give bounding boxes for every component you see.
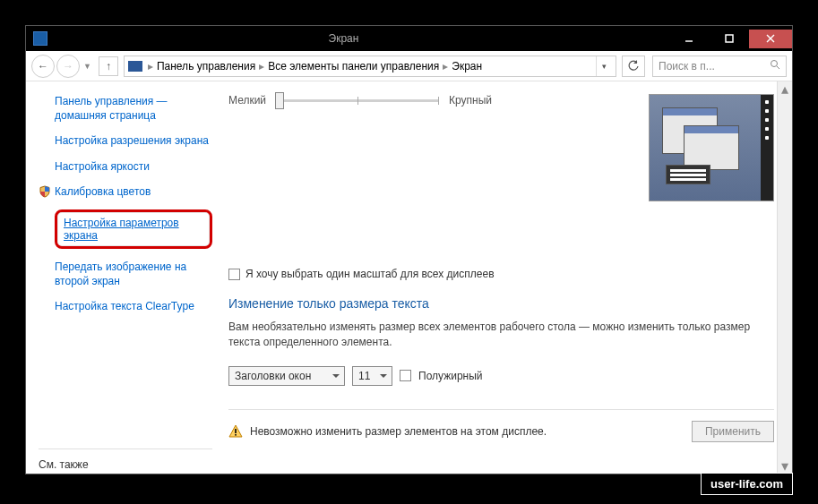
warning-row: Невозможно изменить размер элементов на … <box>228 421 774 442</box>
app-icon <box>33 31 47 46</box>
minimize-button[interactable] <box>668 30 709 48</box>
forward-button[interactable]: → <box>56 55 80 78</box>
navigation-bar: ← → ▼ ↑ ▸ Панель управления ▸ Все элемен… <box>26 51 792 81</box>
divider <box>228 409 774 410</box>
svg-rect-6 <box>235 429 237 433</box>
divider <box>39 448 212 449</box>
sidebar-params-link[interactable]: Настройка параметров экрана <box>64 217 203 242</box>
one-scale-checkbox[interactable] <box>228 269 240 280</box>
textsize-heading: Изменение только размера текста <box>228 296 774 311</box>
one-scale-checkbox-row: Я хочу выбрать один масштаб для всех дис… <box>228 268 774 280</box>
titlebar: Экран <box>26 26 792 51</box>
address-bar[interactable]: ▸ Панель управления ▸ Все элементы панел… <box>124 56 616 77</box>
up-button[interactable]: ↑ <box>99 56 118 76</box>
svg-line-5 <box>777 66 779 69</box>
breadcrumb-item[interactable]: Все элементы панели управления <box>264 60 443 73</box>
element-select[interactable]: Заголовки окон <box>228 366 345 386</box>
bold-checkbox[interactable] <box>400 370 411 381</box>
scale-slider[interactable] <box>277 99 438 102</box>
size-select[interactable]: 11 <box>352 366 392 386</box>
scale-small-label: Мелкий <box>228 94 266 107</box>
sidebar-params-highlight: Настройка параметров экрана <box>39 209 212 249</box>
bold-label: Полужирный <box>418 370 483 382</box>
vertical-scrollbar[interactable]: ▴ ▾ <box>777 81 792 474</box>
refresh-button[interactable] <box>622 56 645 77</box>
scroll-up-icon[interactable]: ▴ <box>778 81 792 97</box>
back-button[interactable]: ← <box>31 55 55 78</box>
scroll-down-icon[interactable]: ▾ <box>778 458 792 474</box>
close-button[interactable] <box>749 30 792 48</box>
scale-large-label: Крупный <box>449 94 492 107</box>
see-also-heading: См. также <box>39 458 212 471</box>
apply-button[interactable]: Применить <box>692 421 774 442</box>
warning-text: Невозможно изменить размер элементов на … <box>250 425 547 438</box>
search-icon <box>770 59 780 73</box>
shield-icon <box>39 185 51 198</box>
search-placeholder: Поиск в п... <box>659 60 715 73</box>
sidebar-resolution-link[interactable]: Настройка разрешения экрана <box>39 133 212 148</box>
slider-thumb[interactable] <box>275 92 284 109</box>
address-dropdown-icon[interactable]: ▾ <box>596 56 612 76</box>
body-area: Панель управления — домашняя страница На… <box>26 81 792 474</box>
control-panel-icon <box>128 61 142 72</box>
watermark: user-life.com <box>701 473 793 495</box>
one-scale-label: Я хочу выбрать один масштаб для всех дис… <box>245 268 495 280</box>
display-settings-window: Экран ← → ▼ ↑ ▸ Панель управления ▸ Все … <box>25 25 793 474</box>
textsize-description: Вам необязательно изменять размер всех э… <box>228 320 774 350</box>
text-element-controls: Заголовки окон 11 Полужирный <box>228 366 774 386</box>
history-dropdown-icon[interactable]: ▼ <box>83 62 91 71</box>
window-controls <box>668 30 792 48</box>
window-title: Экран <box>55 32 633 45</box>
content-area: Мелкий Крупный <box>221 81 792 474</box>
breadcrumb-item[interactable]: Экран <box>448 60 486 73</box>
display-preview <box>649 94 774 201</box>
maximize-button[interactable] <box>709 30 749 48</box>
sidebar-calibration-link[interactable]: Калибровка цветов <box>39 184 212 199</box>
svg-rect-1 <box>726 35 733 42</box>
breadcrumb-item[interactable]: Панель управления <box>153 60 259 73</box>
sidebar-cleartype-link[interactable]: Настройка текста ClearType <box>39 299 212 313</box>
search-input[interactable]: Поиск в п... <box>652 56 787 77</box>
svg-point-4 <box>771 61 778 67</box>
warning-icon <box>228 424 243 439</box>
sidebar-home-link[interactable]: Панель управления — домашняя страница <box>39 94 212 123</box>
sidebar-second-screen-link[interactable]: Передать изображение на второй экран <box>39 260 212 288</box>
svg-rect-7 <box>235 434 237 436</box>
sidebar: Панель управления — домашняя страница На… <box>26 81 221 474</box>
sidebar-brightness-link[interactable]: Настройка яркости <box>39 159 212 174</box>
